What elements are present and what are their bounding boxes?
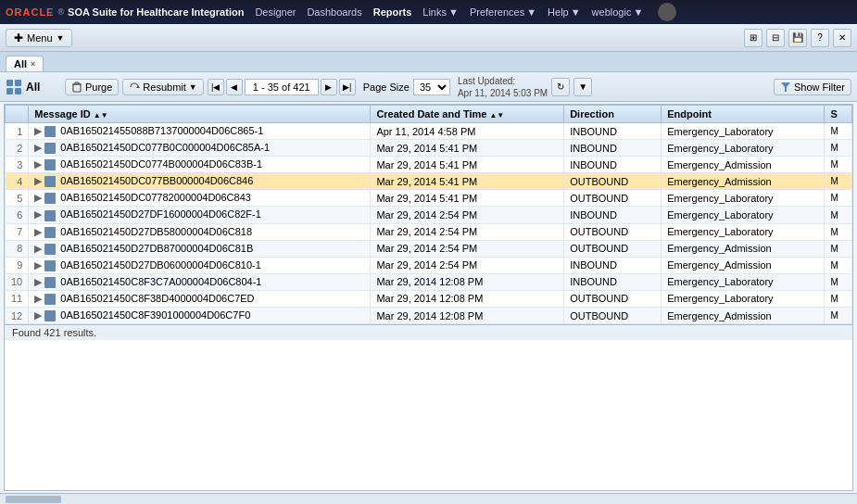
table-row[interactable]: 9 ▶ 0AB165021450D27DB06000004D06C810-1 M… bbox=[6, 257, 852, 273]
msg-type-icon bbox=[44, 227, 56, 238]
navbar: ORACLE ® SOA Suite for Healthcare Integr… bbox=[0, 0, 857, 24]
expand-row-icon[interactable]: ▶ bbox=[34, 226, 42, 237]
nav-help-dropdown[interactable]: Help ▼ bbox=[548, 6, 581, 18]
purge-icon bbox=[71, 82, 82, 93]
horizontal-scrollbar[interactable] bbox=[0, 493, 857, 504]
table-row[interactable]: 4 ▶ 0AB165021450DC077BB000004D06C846 Mar… bbox=[6, 173, 852, 190]
nav-designer[interactable]: Designer bbox=[255, 6, 296, 18]
grid-toolbar: All Purge Resubmit ▼ |◀ ◀ 1 - 35 of 421 bbox=[0, 72, 857, 102]
row-message-id: ▶ 0AB165021450DC077B0C000004D06C85A-1 bbox=[29, 140, 371, 157]
expand-row-icon[interactable]: ▶ bbox=[34, 309, 42, 321]
row-num: 4 bbox=[6, 173, 29, 190]
expand-row-icon[interactable]: ▶ bbox=[34, 276, 42, 287]
table-row[interactable]: 1 ▶ 0AB165021455088B7137000004D06C865-1 … bbox=[6, 123, 852, 140]
nav-reports[interactable]: Reports bbox=[373, 6, 412, 18]
expand-row-icon[interactable]: ▶ bbox=[34, 243, 42, 254]
row-date: Mar 29, 2014 5:41 PM bbox=[371, 140, 564, 157]
col-endpoint[interactable]: Endpoint bbox=[662, 106, 825, 123]
row-date: Apr 11, 2014 4:58 PM bbox=[371, 123, 564, 140]
nav-user-dropdown[interactable]: weblogic ▼ bbox=[592, 6, 644, 18]
menu-chevron-icon: ▼ bbox=[57, 33, 65, 43]
nav-preferences-dropdown[interactable]: Preferences ▼ bbox=[470, 6, 536, 18]
expand-row-icon[interactable]: ▶ bbox=[34, 259, 42, 271]
row-status: M bbox=[825, 223, 852, 240]
table-row[interactable]: 8 ▶ 0AB165021450D27DB87000004D06C81B Mar… bbox=[6, 240, 852, 257]
toolbar-close[interactable]: ✕ bbox=[833, 29, 851, 47]
plus-icon: ✚ bbox=[14, 32, 23, 44]
row-num: 6 bbox=[6, 207, 29, 223]
msg-type-icon bbox=[44, 260, 56, 271]
last-updated-label: Last Updated: bbox=[458, 75, 548, 87]
refresh-button[interactable]: ↻ bbox=[551, 78, 570, 96]
next-page-button[interactable]: ▶ bbox=[321, 79, 337, 95]
menu-button[interactable]: ✚ Menu ▼ bbox=[6, 29, 72, 47]
message-table: Message ID ▲▼ Created Date and Time ▲▼ D… bbox=[5, 105, 852, 324]
tab-all[interactable]: All × bbox=[6, 56, 44, 71]
col-status[interactable]: S bbox=[825, 106, 852, 123]
svg-rect-4 bbox=[73, 84, 81, 92]
purge-button[interactable]: Purge bbox=[65, 79, 119, 95]
nav-dashboards[interactable]: Dashboards bbox=[307, 6, 361, 18]
table-row[interactable]: 3 ▶ 0AB165021450DC0774B000004D06C83B-1 M… bbox=[6, 157, 852, 173]
table-row[interactable]: 11 ▶ 0AB165021450C8F38D4000004D06C7ED Ma… bbox=[6, 290, 852, 307]
row-endpoint: Emergency_Laboratory bbox=[662, 123, 825, 140]
expand-row-icon[interactable]: ▶ bbox=[34, 293, 42, 304]
msg-type-icon bbox=[44, 294, 56, 305]
table-row[interactable]: 7 ▶ 0AB165021450D27DB58000004D06C818 Mar… bbox=[6, 223, 852, 240]
tab-bar: All × bbox=[0, 52, 857, 72]
options-button[interactable]: ▼ bbox=[573, 78, 592, 96]
page-size-select[interactable]: 35 50 100 bbox=[413, 79, 450, 95]
table-row[interactable]: 12 ▶ 0AB165021450C8F3901000004D06C7F0 Ma… bbox=[6, 308, 852, 324]
first-page-button[interactable]: |◀ bbox=[208, 79, 224, 95]
expand-row-icon[interactable]: ▶ bbox=[34, 192, 42, 203]
show-filter-button[interactable]: Show Filter bbox=[774, 79, 851, 95]
window-control[interactable] bbox=[658, 3, 676, 21]
row-date: Mar 29, 2014 2:54 PM bbox=[371, 207, 564, 223]
table-row[interactable]: 5 ▶ 0AB165021450DC07782000004D06C843 Mar… bbox=[6, 190, 852, 207]
expand-row-icon[interactable]: ▶ bbox=[34, 125, 42, 136]
col-message-id[interactable]: Message ID ▲▼ bbox=[29, 106, 371, 123]
table-row[interactable]: 2 ▶ 0AB165021450DC077B0C000004D06C85A-1 … bbox=[6, 140, 852, 157]
prev-page-button[interactable]: ◀ bbox=[226, 79, 243, 95]
nav-links-dropdown[interactable]: Links ▼ bbox=[422, 6, 459, 18]
row-endpoint: Emergency_Laboratory bbox=[662, 290, 825, 307]
msg-type-icon bbox=[44, 277, 56, 288]
toolbar-save[interactable]: 💾 bbox=[788, 29, 807, 47]
msg-type-icon bbox=[44, 126, 56, 137]
row-num: 12 bbox=[6, 308, 29, 324]
table-row[interactable]: 6 ▶ 0AB165021450D27DF16000004D06C82F-1 M… bbox=[6, 207, 852, 223]
msg-type-icon bbox=[44, 159, 56, 170]
row-num: 11 bbox=[6, 290, 29, 307]
expand-row-icon[interactable]: ▶ bbox=[34, 175, 42, 186]
expand-row-icon[interactable]: ▶ bbox=[34, 158, 42, 170]
tab-close-icon[interactable]: × bbox=[31, 59, 35, 69]
row-status: M bbox=[825, 140, 852, 157]
row-endpoint: Emergency_Admission bbox=[662, 240, 825, 257]
row-date: Mar 29, 2014 2:54 PM bbox=[371, 223, 564, 240]
row-status: M bbox=[825, 173, 852, 190]
oracle-separator: ® bbox=[57, 7, 64, 17]
expand-row-icon[interactable]: ▶ bbox=[34, 208, 42, 220]
main-content: All Purge Resubmit ▼ |◀ ◀ 1 - 35 of 421 bbox=[0, 72, 857, 504]
expand-row-icon[interactable]: ▶ bbox=[34, 142, 42, 153]
row-direction: INBOUND bbox=[564, 273, 662, 290]
toolbar-icon-2[interactable]: ⊟ bbox=[766, 29, 785, 47]
row-date: Mar 29, 2014 12:08 PM bbox=[371, 273, 564, 290]
msg-type-icon bbox=[44, 310, 56, 321]
resubmit-icon bbox=[129, 82, 140, 93]
page-size-label: Page Size bbox=[363, 82, 410, 93]
resubmit-button[interactable]: Resubmit ▼ bbox=[122, 79, 203, 95]
scroll-thumb[interactable] bbox=[6, 496, 61, 503]
row-message-id: ▶ 0AB165021450D27DB06000004D06C810-1 bbox=[29, 257, 371, 273]
row-num: 2 bbox=[6, 140, 29, 157]
show-filter-label: Show Filter bbox=[794, 82, 845, 93]
svg-rect-0 bbox=[6, 80, 13, 86]
row-direction: INBOUND bbox=[564, 207, 662, 223]
toolbar-help[interactable]: ? bbox=[811, 29, 829, 47]
last-updated: Last Updated: Apr 11, 2014 5:03 PM bbox=[458, 75, 548, 99]
toolbar-icon-1[interactable]: ⊞ bbox=[744, 29, 762, 47]
col-date[interactable]: Created Date and Time ▲▼ bbox=[371, 106, 564, 123]
table-row[interactable]: 10 ▶ 0AB165021450C8F3C7A000004D06C804-1 … bbox=[6, 273, 852, 290]
col-direction[interactable]: Direction bbox=[564, 106, 662, 123]
last-page-button[interactable]: ▶| bbox=[339, 79, 356, 95]
